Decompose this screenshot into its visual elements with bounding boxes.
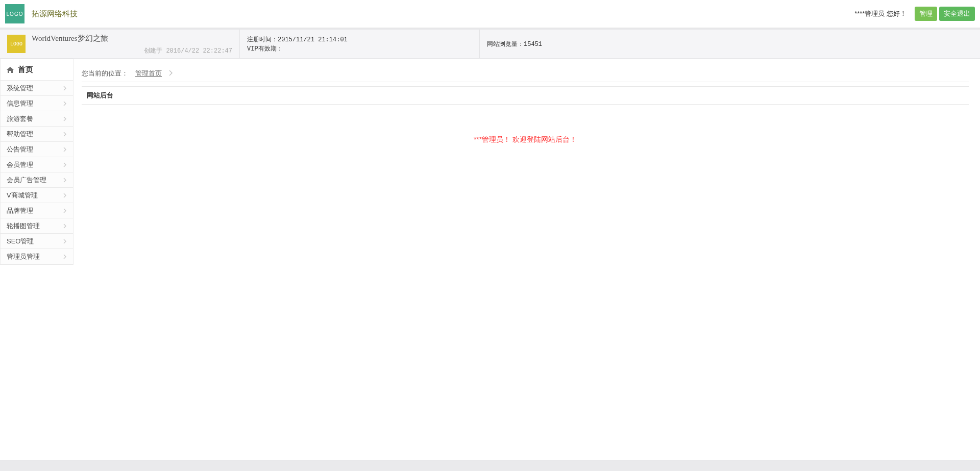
sidebar-item-label: 管理员管理 bbox=[7, 252, 40, 261]
info-bar: LOGO WorldVentures梦幻之旅 创建于 2016/4/22 22:… bbox=[0, 30, 980, 59]
sidebar-item-label: V商城管理 bbox=[7, 191, 38, 200]
sidebar-item-0[interactable]: 系统管理 bbox=[1, 81, 73, 96]
brand-logo-tile: LOGO bbox=[5, 4, 24, 23]
chevron-right-icon bbox=[63, 162, 67, 167]
sidebar-item-2[interactable]: 旅游套餐 bbox=[1, 111, 73, 127]
breadcrumb-current[interactable]: 管理首页 bbox=[135, 69, 162, 78]
info-col-register: 注册时间：2015/11/21 21:14:01 VIP有效期： bbox=[240, 30, 480, 58]
sidebar-item-label: 系统管理 bbox=[7, 84, 33, 93]
chevron-right-icon bbox=[63, 147, 67, 152]
sidebar-item-9[interactable]: 轮播图管理 bbox=[1, 218, 73, 234]
sidebar-item-label: 信息管理 bbox=[7, 99, 33, 108]
top-header: LOGO 拓源网络科技 ****管理员 您好！ 管理 安全退出 bbox=[0, 0, 980, 30]
sidebar-item-label: 旅游套餐 bbox=[7, 114, 33, 123]
sidebar-item-1[interactable]: 信息管理 bbox=[1, 96, 73, 111]
home-icon bbox=[7, 67, 14, 73]
sidebar-item-label: 会员管理 bbox=[7, 160, 33, 169]
sidebar-item-label: 品牌管理 bbox=[7, 206, 33, 215]
info-col-views: 网站浏览量：15451 bbox=[480, 30, 980, 58]
admin-greeting: ****管理员 您好！ bbox=[854, 9, 906, 18]
panel-title: 网站后台 bbox=[82, 87, 969, 105]
content-area: 您当前的位置： 管理首页 网站后台 ***管理员！ 欢迎登陆网站后台！ bbox=[74, 59, 980, 460]
site-logo-tile: LOGO bbox=[7, 35, 26, 53]
main-area: 首页 系统管理信息管理旅游套餐帮助管理公告管理会员管理会员广告管理V商城管理品牌… bbox=[0, 59, 980, 460]
sidebar-item-7[interactable]: V商城管理 bbox=[1, 188, 73, 203]
site-title: WorldVentures梦幻之旅 bbox=[32, 34, 232, 43]
chevron-right-icon bbox=[63, 101, 67, 106]
views-line: 网站浏览量：15451 bbox=[487, 40, 973, 49]
breadcrumb-prefix: 您当前的位置： bbox=[82, 69, 128, 78]
sidebar-item-label: SEO管理 bbox=[7, 237, 34, 246]
manage-button[interactable]: 管理 bbox=[915, 7, 937, 21]
sidebar-item-5[interactable]: 会员管理 bbox=[1, 157, 73, 172]
info-site-body: WorldVentures梦幻之旅 创建于 2016/4/22 22:22:47 bbox=[32, 34, 232, 55]
sidebar-item-6[interactable]: 会员广告管理 bbox=[1, 172, 73, 188]
sidebar: 首页 系统管理信息管理旅游套餐帮助管理公告管理会员管理会员广告管理V商城管理品牌… bbox=[0, 59, 74, 460]
sidebar-item-label: 会员广告管理 bbox=[7, 176, 46, 185]
site-created-at: 创建于 2016/4/22 22:22:47 bbox=[144, 46, 232, 55]
sidebar-home[interactable]: 首页 bbox=[1, 59, 73, 81]
chevron-right-icon bbox=[63, 86, 67, 91]
chevron-right-icon bbox=[63, 224, 67, 229]
created-label: 创建于 bbox=[144, 47, 162, 55]
panel-welcome: ***管理员！ 欢迎登陆网站后台！ bbox=[82, 105, 969, 175]
info-col-site: LOGO WorldVentures梦幻之旅 创建于 2016/4/22 22:… bbox=[0, 30, 240, 58]
register-value: 2015/11/21 21:14:01 bbox=[278, 36, 348, 43]
sidebar-home-label: 首页 bbox=[18, 65, 33, 75]
chevron-right-icon bbox=[63, 193, 67, 198]
views-label: 网站浏览量： bbox=[487, 41, 524, 48]
logout-button[interactable]: 安全退出 bbox=[939, 7, 975, 21]
sidebar-wrap: 首页 系统管理信息管理旅游套餐帮助管理公告管理会员管理会员广告管理V商城管理品牌… bbox=[0, 59, 74, 265]
panel: 网站后台 ***管理员！ 欢迎登陆网站后台！ bbox=[82, 86, 969, 175]
chevron-right-icon bbox=[63, 178, 67, 183]
footer-bar bbox=[0, 460, 980, 471]
brand-logo-text: LOGO bbox=[7, 11, 23, 17]
sidebar-item-3[interactable]: 帮助管理 bbox=[1, 127, 73, 142]
sidebar-item-8[interactable]: 品牌管理 bbox=[1, 203, 73, 218]
sidebar-item-11[interactable]: 管理员管理 bbox=[1, 249, 73, 264]
vip-line: VIP有效期： bbox=[247, 44, 472, 54]
breadcrumb: 您当前的位置： 管理首页 bbox=[82, 65, 969, 82]
sidebar-item-10[interactable]: SEO管理 bbox=[1, 234, 73, 249]
chevron-right-icon bbox=[63, 208, 67, 213]
sidebar-menu-list: 系统管理信息管理旅游套餐帮助管理公告管理会员管理会员广告管理V商城管理品牌管理轮… bbox=[1, 81, 73, 264]
chevron-right-icon bbox=[169, 69, 173, 77]
chevron-right-icon bbox=[63, 132, 67, 137]
sidebar-item-label: 公告管理 bbox=[7, 145, 33, 154]
vip-label: VIP有效期： bbox=[247, 45, 283, 53]
sidebar-item-label: 轮播图管理 bbox=[7, 221, 40, 231]
register-line: 注册时间：2015/11/21 21:14:01 bbox=[247, 35, 472, 44]
created-value: 2016/4/22 22:22:47 bbox=[166, 47, 232, 55]
chevron-right-icon bbox=[63, 254, 67, 259]
brand-name: 拓源网络科技 bbox=[32, 9, 78, 19]
views-value: 15451 bbox=[524, 41, 542, 48]
chevron-right-icon bbox=[63, 116, 67, 121]
sidebar-item-4[interactable]: 公告管理 bbox=[1, 142, 73, 157]
register-label: 注册时间： bbox=[247, 36, 278, 43]
sidebar-item-label: 帮助管理 bbox=[7, 130, 33, 139]
site-logo-text: LOGO bbox=[10, 41, 22, 47]
chevron-right-icon bbox=[63, 239, 67, 244]
